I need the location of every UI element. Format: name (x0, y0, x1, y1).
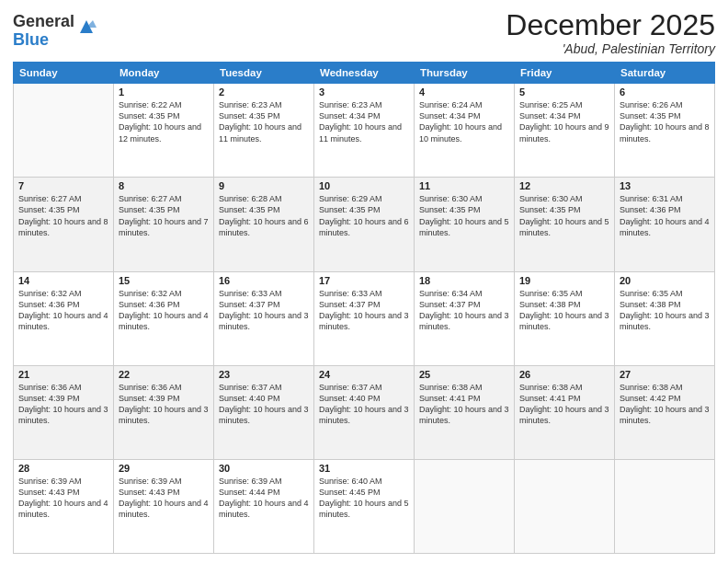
calendar-day-cell: 10Sunrise: 6:29 AM Sunset: 4:35 PM Dayli… (314, 178, 415, 271)
day-number: 12 (519, 180, 609, 191)
day-number: 29 (119, 463, 209, 474)
calendar-day-cell: 5Sunrise: 6:25 AM Sunset: 4:34 PM Daylig… (515, 84, 615, 178)
calendar-day-cell: 2Sunrise: 6:23 AM Sunset: 4:35 PM Daylig… (214, 84, 314, 178)
calendar-day-cell: 21Sunrise: 6:36 AM Sunset: 4:39 PM Dayli… (14, 365, 114, 459)
calendar-day-cell: 23Sunrise: 6:37 AM Sunset: 4:40 PM Dayli… (214, 365, 314, 459)
day-info: Sunrise: 6:37 AM Sunset: 4:40 PM Dayligh… (319, 382, 409, 427)
calendar-day-cell: 4Sunrise: 6:24 AM Sunset: 4:34 PM Daylig… (415, 84, 515, 178)
calendar-day-cell: 18Sunrise: 6:34 AM Sunset: 4:37 PM Dayli… (415, 271, 515, 365)
day-info: Sunrise: 6:38 AM Sunset: 4:41 PM Dayligh… (419, 382, 509, 427)
logo-icon (76, 17, 97, 37)
calendar-day-cell: 26Sunrise: 6:38 AM Sunset: 4:41 PM Dayli… (515, 365, 615, 459)
day-info: Sunrise: 6:27 AM Sunset: 4:35 PM Dayligh… (18, 193, 108, 238)
day-info: Sunrise: 6:40 AM Sunset: 4:45 PM Dayligh… (319, 476, 409, 521)
day-number: 17 (319, 275, 409, 286)
calendar-day-cell: 9Sunrise: 6:28 AM Sunset: 4:35 PM Daylig… (214, 178, 314, 271)
calendar-day-cell (415, 459, 515, 553)
day-info: Sunrise: 6:26 AM Sunset: 4:35 PM Dayligh… (620, 99, 710, 144)
month-title: December 2025 (506, 9, 715, 41)
calendar-day-cell: 12Sunrise: 6:30 AM Sunset: 4:35 PM Dayli… (515, 178, 615, 271)
calendar-day-cell: 28Sunrise: 6:39 AM Sunset: 4:43 PM Dayli… (14, 459, 114, 553)
day-info: Sunrise: 6:39 AM Sunset: 4:43 PM Dayligh… (18, 476, 108, 521)
logo: General Blue (13, 13, 97, 50)
day-number: 16 (219, 275, 309, 286)
day-info: Sunrise: 6:29 AM Sunset: 4:35 PM Dayligh… (319, 193, 409, 238)
calendar-week-row: 28Sunrise: 6:39 AM Sunset: 4:43 PM Dayli… (14, 459, 715, 553)
day-number: 7 (18, 180, 108, 191)
calendar-day-cell: 3Sunrise: 6:23 AM Sunset: 4:34 PM Daylig… (314, 84, 415, 178)
calendar-day-cell (515, 459, 615, 553)
calendar-day-cell: 6Sunrise: 6:26 AM Sunset: 4:35 PM Daylig… (615, 84, 715, 178)
weekday-header-row: SundayMondayTuesdayWednesdayThursdayFrid… (14, 63, 715, 84)
calendar-week-row: 21Sunrise: 6:36 AM Sunset: 4:39 PM Dayli… (14, 365, 715, 459)
day-info: Sunrise: 6:35 AM Sunset: 4:38 PM Dayligh… (620, 288, 710, 333)
calendar-day-cell: 15Sunrise: 6:32 AM Sunset: 4:36 PM Dayli… (114, 271, 214, 365)
weekday-header-monday: Monday (114, 63, 214, 84)
calendar-day-cell: 20Sunrise: 6:35 AM Sunset: 4:38 PM Dayli… (615, 271, 715, 365)
day-number: 26 (519, 369, 609, 380)
day-info: Sunrise: 6:27 AM Sunset: 4:35 PM Dayligh… (119, 193, 209, 238)
day-number: 11 (419, 180, 509, 191)
day-number: 27 (620, 369, 710, 380)
weekday-header-saturday: Saturday (615, 63, 715, 84)
day-number: 3 (319, 86, 409, 98)
day-number: 24 (319, 369, 409, 380)
weekday-header-friday: Friday (515, 63, 615, 84)
day-info: Sunrise: 6:35 AM Sunset: 4:38 PM Dayligh… (519, 288, 609, 333)
day-number: 10 (319, 180, 409, 191)
day-info: Sunrise: 6:37 AM Sunset: 4:40 PM Dayligh… (219, 382, 309, 427)
calendar-day-cell: 14Sunrise: 6:32 AM Sunset: 4:36 PM Dayli… (14, 271, 114, 365)
day-info: Sunrise: 6:31 AM Sunset: 4:36 PM Dayligh… (620, 193, 710, 238)
day-info: Sunrise: 6:38 AM Sunset: 4:42 PM Dayligh… (620, 382, 710, 427)
day-number: 23 (219, 369, 309, 380)
logo-general: General (13, 13, 74, 31)
day-number: 2 (219, 86, 309, 98)
calendar-day-cell: 1Sunrise: 6:22 AM Sunset: 4:35 PM Daylig… (114, 84, 214, 178)
weekday-header-tuesday: Tuesday (214, 63, 314, 84)
day-number: 21 (18, 369, 108, 380)
day-number: 8 (119, 180, 209, 191)
day-info: Sunrise: 6:38 AM Sunset: 4:41 PM Dayligh… (519, 382, 609, 427)
calendar-day-cell: 29Sunrise: 6:39 AM Sunset: 4:43 PM Dayli… (114, 459, 214, 553)
calendar-day-cell: 7Sunrise: 6:27 AM Sunset: 4:35 PM Daylig… (14, 178, 114, 271)
day-info: Sunrise: 6:28 AM Sunset: 4:35 PM Dayligh… (219, 193, 309, 238)
day-number: 20 (620, 275, 710, 286)
calendar-day-cell: 11Sunrise: 6:30 AM Sunset: 4:35 PM Dayli… (415, 178, 515, 271)
calendar-day-cell: 13Sunrise: 6:31 AM Sunset: 4:36 PM Dayli… (615, 178, 715, 271)
day-number: 15 (119, 275, 209, 286)
day-info: Sunrise: 6:33 AM Sunset: 4:37 PM Dayligh… (319, 288, 409, 333)
day-info: Sunrise: 6:25 AM Sunset: 4:34 PM Dayligh… (519, 99, 609, 144)
day-info: Sunrise: 6:30 AM Sunset: 4:35 PM Dayligh… (519, 193, 609, 238)
day-number: 4 (419, 86, 509, 98)
day-info: Sunrise: 6:32 AM Sunset: 4:36 PM Dayligh… (119, 288, 209, 333)
calendar-week-row: 7Sunrise: 6:27 AM Sunset: 4:35 PM Daylig… (14, 178, 715, 271)
day-number: 30 (219, 463, 309, 474)
calendar-day-cell: 27Sunrise: 6:38 AM Sunset: 4:42 PM Dayli… (615, 365, 715, 459)
day-info: Sunrise: 6:33 AM Sunset: 4:37 PM Dayligh… (219, 288, 309, 333)
location-title: 'Abud, Palestinian Territory (506, 41, 715, 56)
day-number: 14 (18, 275, 108, 286)
day-number: 31 (319, 463, 409, 474)
day-number: 22 (119, 369, 209, 380)
day-number: 19 (519, 275, 609, 286)
calendar-day-cell: 25Sunrise: 6:38 AM Sunset: 4:41 PM Dayli… (415, 365, 515, 459)
calendar-week-row: 14Sunrise: 6:32 AM Sunset: 4:36 PM Dayli… (14, 271, 715, 365)
day-number: 5 (519, 86, 609, 98)
day-info: Sunrise: 6:23 AM Sunset: 4:35 PM Dayligh… (219, 99, 309, 144)
calendar-day-cell: 8Sunrise: 6:27 AM Sunset: 4:35 PM Daylig… (114, 178, 214, 271)
weekday-header-sunday: Sunday (14, 63, 114, 84)
header: General Blue December 2025 'Abud, Palest… (13, 9, 715, 56)
day-number: 18 (419, 275, 509, 286)
day-info: Sunrise: 6:36 AM Sunset: 4:39 PM Dayligh… (119, 382, 209, 427)
day-number: 9 (219, 180, 309, 191)
calendar-table: SundayMondayTuesdayWednesdayThursdayFrid… (13, 62, 715, 554)
calendar-day-cell (14, 84, 114, 178)
page: General Blue December 2025 'Abud, Palest… (0, 0, 728, 563)
calendar-day-cell: 31Sunrise: 6:40 AM Sunset: 4:45 PM Dayli… (314, 459, 415, 553)
day-info: Sunrise: 6:36 AM Sunset: 4:39 PM Dayligh… (18, 382, 108, 427)
calendar-day-cell: 19Sunrise: 6:35 AM Sunset: 4:38 PM Dayli… (515, 271, 615, 365)
day-info: Sunrise: 6:22 AM Sunset: 4:35 PM Dayligh… (119, 99, 209, 144)
day-number: 13 (620, 180, 710, 191)
weekday-header-wednesday: Wednesday (314, 63, 415, 84)
day-info: Sunrise: 6:30 AM Sunset: 4:35 PM Dayligh… (419, 193, 509, 238)
